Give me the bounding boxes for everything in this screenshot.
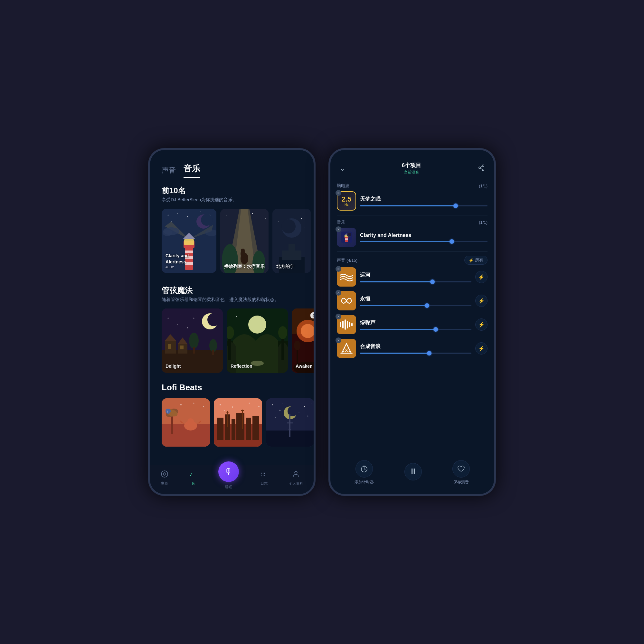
svg-point-67	[248, 316, 266, 334]
green-noise-slider[interactable]	[360, 329, 471, 330]
green-noise-item: ✕	[337, 315, 488, 334]
rp-header: ⌄ 6个项目 当前混音	[330, 150, 494, 179]
music-name: Clarity and Alertness	[360, 232, 488, 238]
lofi-title: Lofi Beats	[162, 383, 302, 393]
canal-info: 运河	[360, 272, 471, 282]
eternal-remove[interactable]: ✕	[336, 290, 341, 296]
awaken-badge: 全新	[310, 312, 314, 318]
left-phone: 声音 音乐 前10名 享受DJ BetterSleep为你挑选的音乐。	[148, 148, 316, 496]
svg-point-63	[187, 327, 188, 328]
canal-remove[interactable]: ✕	[336, 266, 341, 272]
svg-point-57	[207, 313, 220, 326]
green-noise-lightning[interactable]: ⚡	[475, 318, 488, 331]
svg-rect-152	[345, 239, 348, 240]
canal-lightning[interactable]: ⚡	[475, 271, 488, 283]
canal-item: ✕ 运河	[337, 267, 488, 287]
music-remove[interactable]: ✕	[336, 226, 341, 232]
nav-profile[interactable]: 个人资料	[289, 470, 303, 486]
svg-point-82	[294, 341, 300, 350]
nav-sleep-label: 睡眠	[225, 485, 232, 489]
card-clarity[interactable]: Clarity and Alertness 40Hz	[162, 209, 216, 273]
tab-music[interactable]: 音乐	[184, 163, 200, 178]
svg-rect-141	[263, 475, 263, 476]
synth-wave-lightning[interactable]: ⚡	[475, 342, 488, 355]
svg-point-64	[203, 331, 204, 331]
music-slider[interactable]	[360, 241, 488, 242]
svg-text:✦: ✦	[298, 411, 300, 413]
lofi-card-1[interactable]: ♪	[162, 398, 210, 447]
svg-text:♪: ♪	[167, 410, 168, 413]
svg-point-126	[311, 403, 311, 403]
eternal-slider[interactable]	[360, 305, 471, 306]
rp-scroll-area: 脑电波 (1/1) ✕ 2.5 Hz 无梦之眠	[330, 179, 494, 455]
svg-point-52	[189, 333, 199, 349]
canal-icon-wrap: ✕	[337, 267, 356, 287]
svg-point-62	[171, 331, 172, 331]
svg-point-33	[252, 213, 253, 214]
lofi-card-3[interactable]: ✦ ✦	[266, 398, 314, 447]
svg-point-92	[180, 404, 182, 405]
card-awaken[interactable]: 全新 Awaken	[292, 308, 314, 373]
card-playlist[interactable]: 播放列表：水疗音乐	[220, 209, 269, 273]
green-noise-remove[interactable]: ✕	[336, 314, 341, 319]
svg-point-145	[479, 167, 481, 169]
synth-wave-remove[interactable]: ✕	[336, 337, 341, 343]
tab-sound[interactable]: 声音	[162, 166, 176, 178]
svg-point-58	[168, 318, 169, 319]
svg-point-123	[272, 404, 273, 405]
svg-rect-162	[342, 321, 344, 328]
timer-button[interactable]: 添加计时器	[355, 460, 374, 485]
svg-point-59	[181, 315, 181, 315]
play-pause-button[interactable]: ⏸	[404, 463, 422, 482]
card-north[interactable]: 北方的宁	[272, 209, 311, 273]
header-center: 6个项目 当前混音	[345, 162, 478, 175]
svg-rect-109	[241, 410, 244, 411]
svg-point-2	[177, 213, 178, 214]
nav-music[interactable]: ♪ 音	[189, 470, 197, 486]
svg-rect-87	[171, 414, 173, 434]
nav-music-label: 音	[192, 481, 195, 486]
card-reflection[interactable]: Reflection	[227, 308, 288, 373]
tabs-row: 声音 音乐	[150, 150, 314, 178]
awaken-label: Awaken	[296, 363, 313, 369]
nav-home[interactable]: 主页	[161, 470, 168, 486]
synth-wave-slider[interactable]	[360, 353, 471, 354]
canal-slider[interactable]	[360, 281, 471, 282]
green-noise-info: 绿噪声	[360, 319, 471, 330]
svg-point-93	[194, 403, 194, 404]
svg-point-73	[236, 316, 237, 317]
rp-bottom-controls: 添加计时器 ⏸ 保存混音	[330, 455, 494, 494]
lofi-card-2[interactable]: ✦ ✦	[214, 398, 262, 447]
svg-rect-55	[212, 350, 214, 355]
svg-rect-163	[345, 319, 346, 330]
svg-point-157	[348, 233, 351, 236]
card-delight[interactable]: Delight	[162, 308, 223, 373]
eternal-item: ✕ 永恒	[337, 291, 488, 310]
svg-text:✦: ✦	[279, 409, 281, 412]
magic-title: 管弦魔法	[162, 285, 302, 296]
svg-point-143	[295, 471, 297, 474]
svg-rect-107	[226, 412, 229, 412]
play-pause-icon: ⏸	[404, 463, 422, 480]
eternal-lightning[interactable]: ⚡	[475, 295, 488, 307]
music-icon: ♪	[189, 470, 197, 480]
svg-point-127	[275, 417, 276, 418]
nav-log[interactable]: 日志	[260, 470, 268, 486]
nav-sleep[interactable]: 🎙 睡眠	[218, 465, 239, 491]
share-button[interactable]	[478, 164, 485, 173]
svg-point-74	[275, 315, 275, 315]
clarity-label: Clarity and Alertness 40Hz	[166, 253, 189, 269]
nav-home-label: 主页	[161, 481, 168, 486]
log-icon	[260, 470, 268, 480]
svg-point-32	[226, 215, 227, 215]
svg-rect-166	[351, 323, 353, 326]
brainwave-icon-wrap: ✕ 2.5 Hz	[337, 191, 356, 211]
back-button[interactable]: ⌄	[339, 164, 345, 173]
all-sounds-button[interactable]: ⚡ 所有	[464, 256, 488, 265]
svg-point-21	[163, 230, 172, 236]
brainwave-remove[interactable]: ✕	[336, 190, 341, 196]
sleep-center-button[interactable]: 🎙	[218, 461, 239, 482]
save-button[interactable]: 保存混音	[452, 460, 470, 485]
svg-rect-139	[264, 473, 265, 474]
brainwave-slider[interactable]	[360, 205, 488, 206]
